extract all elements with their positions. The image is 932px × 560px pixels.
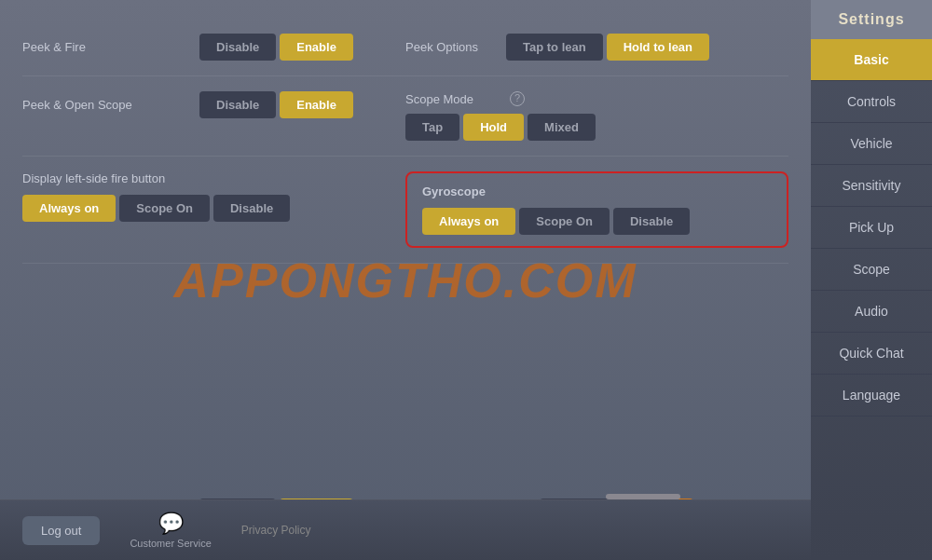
peek-open-scope-disable-btn[interactable]: Disable: [199, 91, 276, 118]
peek-fire-buttons: Disable Enable: [199, 34, 353, 61]
sidebar-item-quickchat[interactable]: Quick Chat: [811, 333, 932, 375]
peek-fire-section: Peek & Fire Disable Enable: [22, 34, 405, 61]
settings-title: Settings: [811, 0, 932, 39]
log-out-button[interactable]: Log out: [22, 516, 100, 545]
sidebar-item-audio[interactable]: Audio: [811, 291, 932, 333]
customer-service-label: Customer Service: [130, 538, 211, 549]
display-left-fire-label: Display left-side fire button: [22, 171, 190, 185]
peek-options-section: Peek Options Tap to lean Hold to lean: [405, 34, 788, 61]
peek-open-scope-label: Peek & Open Scope: [22, 98, 190, 112]
peek-options-label: Peek Options: [405, 40, 499, 54]
scope-mode-buttons-row: Tap Hold Mixed: [405, 114, 788, 141]
scope-mixed-btn[interactable]: Mixed: [528, 114, 596, 141]
sidebar-item-basic[interactable]: Basic: [811, 39, 932, 81]
scope-hold-btn[interactable]: Hold: [463, 114, 524, 141]
main-content: Peek & Fire Disable Enable Peek Options …: [0, 0, 811, 560]
scope-tap-btn[interactable]: Tap: [405, 114, 459, 141]
privacy-policy-link[interactable]: Privacy Policy: [241, 524, 311, 537]
row-peek-scope-mode: Peek & Open Scope Disable Enable Scope M…: [22, 76, 788, 157]
sidebar-item-controls[interactable]: Controls: [811, 81, 932, 123]
sidebar-item-language[interactable]: Language: [811, 375, 932, 417]
scope-mode-row: Scope Mode ?: [405, 91, 788, 106]
settings-sidebar: Settings Basic Controls Vehicle Sensitiv…: [811, 0, 932, 560]
scope-mode-buttons: Tap Hold Mixed: [405, 114, 596, 141]
peek-options-row: Peek Options Tap to lean Hold to lean: [405, 34, 788, 61]
peek-fire-disable-btn[interactable]: Disable: [199, 34, 276, 61]
disable-fire-btn[interactable]: Disable: [213, 195, 290, 222]
scope-mode-label: Scope Mode: [405, 92, 499, 106]
sidebar-item-scope[interactable]: Scope: [811, 249, 932, 291]
peek-fire-label: Peek & Fire: [22, 40, 190, 54]
customer-service-icon: 💬: [158, 512, 184, 536]
peek-open-scope-buttons: Disable Enable: [199, 91, 353, 118]
customer-service-link[interactable]: 💬 Customer Service: [130, 512, 211, 549]
always-on-fire-btn[interactable]: Always on: [22, 195, 116, 222]
gyroscope-buttons: Always on Scope On Disable: [422, 208, 772, 235]
bottom-bar: Log out 💬 Customer Service Privacy Polic…: [0, 499, 811, 560]
gyroscope-box: Gyroscope Always on Scope On Disable: [405, 171, 788, 248]
row-peek-fire-options: Peek & Fire Disable Enable Peek Options …: [22, 19, 788, 76]
gyroscope-section: Gyroscope Always on Scope On Disable: [405, 171, 788, 248]
display-left-fire-section: Display left-side fire button Always on …: [22, 171, 405, 222]
peek-open-scope-enable-btn[interactable]: Enable: [280, 91, 353, 118]
peek-open-scope-section: Peek & Open Scope Disable Enable: [22, 91, 405, 118]
sidebar-item-pickup[interactable]: Pick Up: [811, 207, 932, 249]
gyroscope-always-on-btn[interactable]: Always on: [422, 208, 515, 235]
row-fire-gyroscope: Display left-side fire button Always on …: [22, 157, 788, 264]
scope-mode-help-icon[interactable]: ?: [510, 91, 525, 106]
sidebar-item-vehicle[interactable]: Vehicle: [811, 123, 932, 165]
peek-fire-enable-btn[interactable]: Enable: [280, 34, 353, 61]
display-left-fire-buttons: Always on Scope On Disable: [22, 195, 290, 222]
peek-options-buttons: Tap to lean Hold to lean: [506, 34, 709, 61]
scope-on-fire-btn[interactable]: Scope On: [119, 195, 210, 222]
hold-to-lean-btn[interactable]: Hold to lean: [607, 34, 709, 61]
scope-mode-section: Scope Mode ? Tap Hold Mixed: [405, 91, 788, 141]
tap-to-lean-btn[interactable]: Tap to lean: [506, 34, 603, 61]
gyroscope-scope-on-btn[interactable]: Scope On: [519, 208, 610, 235]
sidebar-item-sensitivity[interactable]: Sensitivity: [811, 165, 932, 207]
gyroscope-label: Gyroscope: [422, 184, 772, 198]
gyroscope-disable-btn[interactable]: Disable: [613, 208, 690, 235]
